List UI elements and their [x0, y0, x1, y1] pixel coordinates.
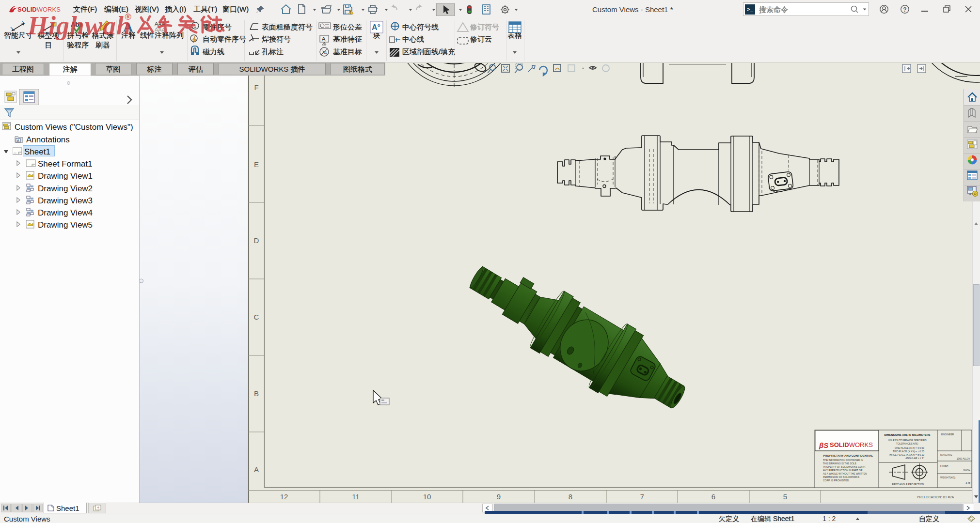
svg-text:DIMENSIONS ARE IN MILLIMETERS: DIMENSIONS ARE IN MILLIMETERS [884, 433, 930, 436]
svg-text:3.48: 3.48 [965, 481, 970, 484]
svg-text:PERMISSION OF SOLIDWORKS: PERMISSION OF SOLIDWORKS [823, 476, 860, 478]
svg-text:9: 9 [497, 492, 501, 501]
svg-text:8: 8 [569, 492, 572, 501]
svg-text:12: 12 [280, 492, 288, 501]
svg-text:FIRST ANGLE PROJECTION: FIRST ANGLE PROJECTION [892, 483, 924, 486]
svg-text:6: 6 [711, 492, 715, 501]
svg-text:FINISH: FINISH [940, 464, 948, 467]
svg-text:THIS DRAWING IS THE SOLE: THIS DRAWING IS THE SOLE [823, 462, 857, 465]
svg-text:A°: A° [372, 23, 380, 31]
svg-text:A: A [17, 138, 20, 143]
svg-text:A1: A1 [322, 50, 327, 55]
svg-text:THE INFORMATION CONTAINED IN: THE INFORMATION CONTAINED IN [823, 459, 863, 461]
svg-text:B: B [254, 389, 259, 398]
svg-text:E: E [254, 160, 259, 169]
svg-text:SOLIDWORKS: SOLIDWORKS [830, 441, 873, 448]
svg-text:1060 ALLOY: 1060 ALLOY [957, 457, 971, 460]
svg-text:UNLESS OTHERWISE SPECIFIED: UNLESS OTHERWISE SPECIFIED [888, 439, 927, 442]
svg-text:NONE: NONE [964, 468, 971, 471]
svg-text:THREE PLACE (X.XXX) = ± 0.10: THREE PLACE (X.XXX) = ± 0.10 [888, 453, 924, 456]
svg-text:MATERIAL: MATERIAL [940, 453, 952, 456]
svg-text:TWO PLACE (X.XX) = ± 0.25: TWO PLACE (X.XX) = ± 0.25 [893, 450, 924, 453]
svg-text:D: D [254, 236, 259, 245]
svg-text:A: A [254, 465, 259, 474]
svg-text:AS A WHOLE WITHOUT THE WRITTEN: AS A WHOLE WITHOUT THE WRITTEN [823, 472, 867, 475]
svg-text:A: A [123, 19, 133, 33]
svg-text:7: 7 [640, 492, 644, 501]
svg-text:!: ! [350, 11, 351, 14]
svg-text:WEIGHT(KG):: WEIGHT(KG): [940, 476, 956, 479]
svg-text:ANGULAR = ± 1°: ANGULAR = ± 1° [905, 457, 924, 460]
svg-text:A: A [322, 36, 326, 42]
svg-text:ONE PLACE (X.X) = ± 0.50: ONE PLACE (X.X) = ± 0.50 [895, 446, 924, 449]
svg-text:TOLERANCES ARE:: TOLERANCES ARE: [896, 442, 919, 445]
svg-text:1: 1 [194, 24, 196, 29]
svg-text:?: ? [903, 6, 906, 13]
svg-text:C: C [254, 313, 259, 321]
svg-text:βS: βS [819, 441, 828, 449]
svg-text:PROPERTY OF SOLIDWORKS CORP.: PROPERTY OF SOLIDWORKS CORP. [823, 465, 866, 468]
svg-text:SOLIDWORKS: SOLIDWORKS [17, 6, 61, 13]
svg-text:5: 5 [783, 492, 787, 501]
svg-text:ANY REPRODUCTION IN PART OR: ANY REPRODUCTION IN PART OR [823, 469, 863, 472]
svg-text:ENGINEER: ENGINEER [941, 433, 954, 436]
svg-text:AAA: AAA [155, 27, 166, 32]
svg-text:PRELOCATION: B1 #2A: PRELOCATION: B1 #2A [917, 495, 954, 499]
svg-text:PROPRIETARY AND CONFIDENTIAL: PROPRIETARY AND CONFIDENTIAL [823, 454, 873, 457]
svg-text:AAA: AAA [155, 21, 166, 27]
svg-text:F: F [254, 83, 258, 92]
svg-text:10: 10 [423, 492, 431, 501]
svg-text:11: 11 [352, 492, 360, 501]
svg-text:CORP. IS PROHIBITED.: CORP. IS PROHIBITED. [823, 479, 850, 482]
